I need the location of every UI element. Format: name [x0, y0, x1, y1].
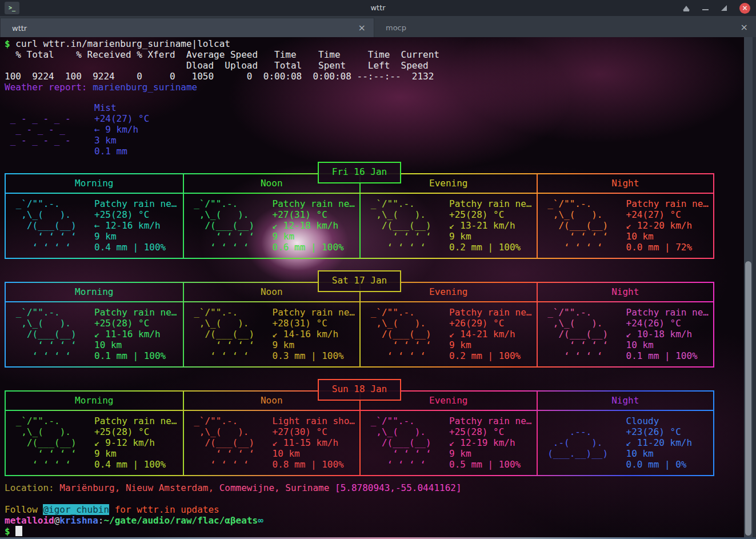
precipitation: 0.5 mm | 100%: [449, 459, 532, 470]
weather-art-rain: _`/"".-. ,\_( ). /(___(__) ‘ ‘ ‘ ‘ ‘ ‘ ‘…: [10, 198, 77, 253]
precipitation: 0.4 mm | 100%: [94, 242, 177, 253]
weather-art-rain: _`/"".-. ,\_( ). /(___(__) ‘ ‘ ‘ ‘ ‘ ‘ ‘…: [365, 307, 431, 361]
temperature: +24(27) °C: [626, 209, 709, 220]
temperature: +26(29) °C: [449, 318, 532, 329]
temperature: +24(27) °C: [94, 113, 149, 124]
follow-line: Follow @igor_chubin for wttr.in updates: [5, 504, 462, 515]
prompt-input-line[interactable]: $: [5, 526, 462, 537]
forecast-cell: _`/"".-. ,\_( ). /(___(__) ‘ ‘ ‘ ‘ ‘ ‘ ‘…: [537, 302, 714, 366]
precipitation: 0.0 mm | 72%: [626, 242, 709, 253]
weather-art-rain: _`/"".-. ,\_( ). /(___(__) ‘ ‘ ‘ ‘ ‘ ‘ ‘…: [542, 198, 609, 253]
condition: Light rain sho…: [273, 416, 355, 426]
curl-progress-values: 100 9224 100 9224 0 0 1050 0 0:00:08 0:0…: [5, 71, 439, 82]
visibility: 9 km: [94, 231, 177, 242]
temperature: +25(28) °C: [94, 209, 177, 220]
condition: Patchy rain ne…: [626, 307, 709, 318]
maximize-button[interactable]: [721, 5, 727, 11]
tab-wttr[interactable]: wttr ×: [0, 18, 374, 38]
weather-art-rain: _`/"".-. ,\_( ). /(___(__) ‘ ‘ ‘ ‘ ‘ ‘ ‘…: [365, 416, 431, 470]
precipitation: 0.2 mm | 100%: [449, 350, 532, 361]
forecast-cell: _`/"".-. ,\_( ). /(___(__) ‘ ‘ ‘ ‘ ‘ ‘ ‘…: [6, 302, 183, 366]
forecast-cell: _`/"".-. ,\_( ). /(___(__) ‘ ‘ ‘ ‘ ‘ ‘ ‘…: [6, 194, 183, 258]
precipitation: 0.6 mm | 100%: [273, 242, 355, 253]
wind: ↙ 12-19 km/h: [449, 437, 532, 448]
wind: ↙ 11-16 km/h: [94, 329, 177, 340]
visibility: 9 km: [94, 448, 177, 459]
forecast-table-sun: Morning Noon Evening Night _`/"".-. ,\_(…: [5, 390, 714, 476]
wind: ↙ 10-18 km/h: [626, 329, 709, 340]
forecast-cell: _`/"".-. ,\_( ). /(___(__) ‘ ‘ ‘ ‘ ‘ ‘ ‘…: [6, 411, 183, 475]
condition: Cloudy: [626, 416, 693, 426]
wind: ↙ 12-20 km/h: [626, 220, 709, 231]
wind: ← 9 km/h: [94, 124, 149, 135]
visibility: 10 km: [626, 448, 693, 459]
scrollbar-thumb[interactable]: [745, 261, 751, 536]
weather-art-rain: _`/"".-. ,\_( ). /(___(__) ‘ ‘ ‘ ‘ ‘ ‘ ‘…: [189, 416, 255, 470]
visibility: 10 km: [94, 340, 177, 350]
tab-label: wttr: [12, 24, 27, 33]
period-header-night: Night: [537, 392, 714, 410]
wind: ↙ 14-16 km/h: [273, 329, 355, 340]
tab-close-icon[interactable]: ×: [358, 23, 366, 33]
condition: Mist: [94, 102, 149, 113]
forecast-cell: _`/"".-. ,\_( ). /(___(__) ‘ ‘ ‘ ‘ ‘ ‘ ‘…: [359, 302, 537, 366]
condition: Patchy rain ne…: [94, 307, 177, 318]
cursor: [15, 526, 22, 536]
wind: ← 12-16 km/h: [94, 220, 177, 231]
temperature: +28(31) °C: [273, 318, 355, 329]
visibility: 10 km: [626, 340, 709, 350]
precipitation: 0.2 mm | 100%: [449, 242, 532, 253]
date-box-fri: Fri 16 Jan: [318, 162, 401, 183]
weather-art-rain: _`/"".-. ,\_( ). /(___(__) ‘ ‘ ‘ ‘ ‘ ‘ ‘…: [189, 307, 255, 361]
weather-art-cloud: .--. .-( ). (___.__)__): [542, 416, 609, 459]
wind: ↙ 9-12 km/h: [94, 437, 177, 448]
weather-art-rain: _`/"".-. ,\_( ). /(___(__) ‘ ‘ ‘ ‘ ‘ ‘ ‘…: [10, 307, 77, 361]
forecast-cell: _`/"".-. ,\_( ). /(___(__) ‘ ‘ ‘ ‘ ‘ ‘ ‘…: [537, 194, 714, 258]
forecast-cell: _`/"".-. ,\_( ). /(___(__) ‘ ‘ ‘ ‘ ‘ ‘ ‘…: [183, 194, 360, 258]
location-line: Location: Mariënburg, Nieuw Amsterdam, C…: [5, 482, 462, 493]
visibility: 9 km: [449, 340, 532, 350]
condition: Patchy rain ne…: [94, 198, 177, 209]
curl-progress-header2: Dload Upload Total Spent Left Speed: [5, 60, 439, 71]
temperature: +24(26) °C: [626, 318, 709, 329]
condition: Patchy rain ne…: [449, 198, 532, 209]
temperature: +25(28) °C: [94, 426, 177, 437]
shell-prompt-symbol: $: [5, 38, 10, 49]
scrollbar[interactable]: [744, 37, 753, 539]
visibility: 9 km: [449, 231, 532, 242]
condition: Patchy rain ne…: [94, 416, 177, 426]
tab-mocp[interactable]: mocp ×: [374, 18, 756, 37]
precipitation: 0.8 mm | 100%: [273, 459, 355, 470]
terminal-window: >_ wttr × wttr × mocp × $ curl wttr.in/m…: [0, 0, 756, 539]
title-bar[interactable]: >_ wttr ×: [0, 0, 756, 16]
report-label: Weather report:: [5, 82, 87, 93]
condition: Patchy rain ne…: [273, 307, 355, 318]
forecast-table-sat: Morning Noon Evening Night _`/"".-. ,\_(…: [5, 282, 714, 368]
shade-button[interactable]: [683, 6, 690, 10]
minimize-button[interactable]: [702, 9, 709, 10]
close-button[interactable]: ×: [739, 3, 750, 14]
weather-art-mist: _ - _ - _ - _ - _ - _ _ - _ - _ -: [5, 102, 71, 146]
temperature: +27(30) °C: [273, 426, 355, 437]
period-header-night: Night: [537, 174, 714, 193]
command-text: curl wttr.in/marienburg_suriname|lolcat: [15, 38, 230, 49]
period-header-morning: Morning: [6, 283, 183, 301]
period-header-morning: Morning: [6, 174, 183, 193]
tab-close-icon[interactable]: ×: [741, 23, 748, 32]
wind: ↙ 12-18 km/h: [273, 220, 355, 231]
condition: Patchy rain ne…: [273, 198, 355, 209]
condition: Patchy rain ne…: [626, 198, 709, 209]
twitter-handle[interactable]: @igor_chubin: [43, 504, 109, 515]
curl-progress-header1: % Total % Received % Xferd Average Speed…: [5, 49, 439, 60]
window-title: wttr: [0, 0, 756, 16]
terminal-output[interactable]: $ curl wttr.in/marienburg_suriname|lolca…: [0, 37, 756, 539]
footer-output: Location: Mariënburg, Nieuw Amsterdam, C…: [5, 482, 462, 537]
temperature: +25(28) °C: [94, 318, 177, 329]
temperature: +25(28) °C: [449, 426, 532, 437]
tab-bar: wttr × mocp ×: [0, 16, 756, 37]
precipitation: 0.1 mm | 100%: [94, 350, 177, 361]
tab-label: mocp: [386, 23, 406, 32]
wind: ↙ 11-15 km/h: [273, 437, 355, 448]
weather-art-rain: _`/"".-. ,\_( ). /(___(__) ‘ ‘ ‘ ‘ ‘ ‘ ‘…: [10, 416, 77, 470]
visibility: 9 km: [273, 340, 355, 350]
